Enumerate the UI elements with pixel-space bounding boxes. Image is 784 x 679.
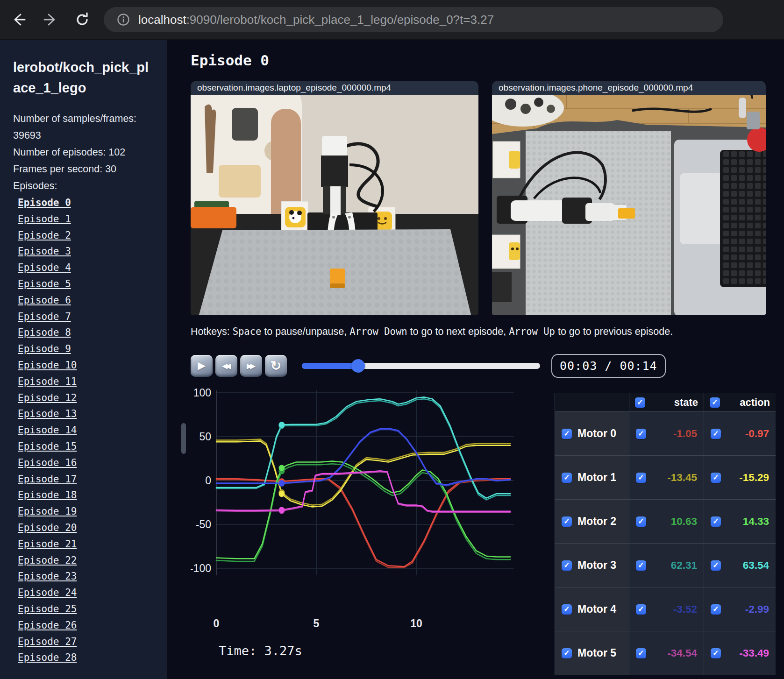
episode-list-item: Episode 24 [13, 585, 155, 601]
motor-checkbox[interactable] [562, 473, 572, 483]
episode-list-item: Episode 14 [13, 423, 155, 439]
state-checkbox[interactable] [636, 648, 646, 658]
forward-icon[interactable] [41, 10, 60, 29]
episode-link[interactable]: Episode 19 [18, 506, 77, 517]
dataset-info: Number of samples/frames: 39693 Number o… [13, 110, 155, 194]
episode-link[interactable]: Episode 10 [18, 360, 77, 371]
episode-link[interactable]: Episode 27 [18, 636, 77, 647]
video-laptop-frame [191, 95, 478, 315]
table-row-label: Motor 2 [555, 500, 629, 544]
motor-checkbox[interactable] [562, 516, 572, 527]
episode-list-item: Episode 28 [13, 650, 155, 666]
episode-list-item: Episode 15 [13, 439, 155, 455]
table-row-label: Motor 4 [555, 587, 629, 631]
key-arrow-down: Arrow Down [349, 326, 407, 337]
action-checkbox[interactable] [711, 516, 721, 527]
motor-checkbox[interactable] [562, 604, 572, 615]
action-all-checkbox[interactable] [710, 397, 720, 408]
hotkeys-text: Hotkeys: Space to pause/unpause, Arrow D… [191, 326, 784, 338]
episode-link[interactable]: Episode 9 [18, 343, 71, 354]
back-icon[interactable] [9, 10, 28, 29]
episode-list-item: Episode 12 [13, 390, 155, 407]
action-checkbox[interactable] [711, 560, 721, 571]
episode-link[interactable]: Episode 7 [18, 311, 71, 322]
slider-thumb[interactable] [351, 359, 365, 373]
episode-link[interactable]: Episode 20 [18, 522, 77, 533]
fast-forward-icon: ▶▶ [247, 361, 254, 370]
episode-list-item: Episode 3 [13, 244, 155, 260]
episode-link[interactable]: Episode 17 [18, 474, 77, 485]
video-laptop-title: observation.images.laptop_episode_000000… [191, 81, 478, 95]
play-button[interactable]: ▶ [191, 355, 213, 377]
episode-link[interactable]: Episode 12 [18, 392, 77, 403]
state-checkbox[interactable] [636, 560, 646, 571]
episode-list-item: Episode 4 [13, 260, 155, 276]
motor-checkbox[interactable] [562, 648, 572, 658]
video-laptop[interactable]: observation.images.laptop_episode_000000… [191, 81, 478, 315]
action-checkbox[interactable] [711, 473, 721, 483]
episode-link[interactable]: Episode 4 [18, 262, 71, 273]
seek-slider[interactable] [302, 359, 540, 373]
site-info-icon[interactable] [115, 11, 132, 28]
episode-link[interactable]: Episode 26 [18, 620, 77, 631]
episode-link[interactable]: Episode 15 [18, 441, 77, 452]
state-value-cell: -34.54 [629, 631, 704, 675]
motor-chart[interactable]: 100500-50-1000510Time: 3.27s [191, 383, 536, 675]
action-value-cell: -15.29 [704, 456, 776, 500]
episode-link[interactable]: Episode 3 [18, 246, 71, 257]
video-phone[interactable]: observation.images.phone_episode_000000.… [492, 81, 766, 315]
episode-link[interactable]: Episode 8 [18, 327, 71, 338]
loop-button[interactable]: ↻ [265, 355, 287, 377]
url-bar[interactable]: localhost:9090/lerobot/koch_pick_place_1… [104, 7, 723, 32]
state-header-cell: state [629, 393, 704, 412]
action-value-cell: -0.97 [704, 412, 776, 456]
svg-text:5: 5 [314, 617, 320, 629]
motor-table: state action Motor 0 -1.05 -0.97 Motor 1… [555, 393, 775, 675]
action-value-cell: 63.54 [704, 544, 776, 587]
state-value-cell: -3.52 [629, 587, 704, 631]
episode-list-item: Episode 0 [13, 195, 155, 212]
episode-link[interactable]: Episode 6 [18, 295, 71, 306]
state-all-checkbox[interactable] [635, 397, 645, 408]
episode-list-item: Episode 11 [13, 374, 155, 390]
motor-checkbox[interactable] [562, 429, 572, 439]
episode-list-item: Episode 17 [13, 472, 155, 488]
episode-link[interactable]: Episode 18 [18, 489, 77, 501]
rewind-icon: ◀◀ [222, 361, 229, 370]
episode-link[interactable]: Episode 23 [18, 571, 77, 582]
rewind-button[interactable]: ◀◀ [215, 355, 237, 377]
fast-forward-button[interactable]: ▶▶ [240, 355, 262, 377]
action-checkbox[interactable] [711, 648, 721, 658]
episode-link[interactable]: Episode 1 [18, 213, 71, 225]
episode-link[interactable]: Episode 13 [18, 408, 77, 419]
episode-list-item: Episode 9 [13, 341, 155, 358]
episode-list-item: Episode 23 [13, 569, 155, 585]
episode-list-item: Episode 5 [13, 276, 155, 293]
episode-link[interactable]: Episode 21 [18, 538, 77, 550]
episode-link[interactable]: Episode 25 [18, 603, 77, 615]
state-checkbox[interactable] [636, 516, 646, 527]
action-checkbox[interactable] [711, 429, 721, 439]
episode-link[interactable]: Episode 28 [18, 652, 77, 663]
action-value-cell: -2.99 [704, 587, 776, 631]
page-title: Episode 0 [191, 52, 784, 69]
episode-link[interactable]: Episode 2 [18, 230, 71, 241]
svg-text:-100: -100 [191, 562, 211, 574]
reload-icon[interactable] [73, 10, 92, 29]
episode-link[interactable]: Episode 22 [18, 555, 77, 566]
episode-link[interactable]: Episode 11 [18, 376, 77, 387]
action-checkbox[interactable] [711, 604, 721, 615]
dataset-sidebar: lerobot/koch_pick_place_1_lego Number of… [0, 40, 167, 679]
episode-link[interactable]: Episode 5 [18, 278, 71, 290]
scrollbar-thumb[interactable] [181, 423, 186, 454]
url-text: localhost:9090/lerobot/koch_pick_place_1… [138, 13, 494, 27]
episode-link[interactable]: Episode 16 [18, 457, 77, 468]
episode-link[interactable]: Episode 0 [18, 197, 71, 208]
state-checkbox[interactable] [636, 429, 646, 439]
state-checkbox[interactable] [636, 473, 646, 483]
episode-link[interactable]: Episode 24 [18, 587, 77, 598]
episode-list-item: Episode 7 [13, 309, 155, 325]
episode-link[interactable]: Episode 14 [18, 424, 77, 436]
motor-checkbox[interactable] [562, 560, 572, 571]
state-checkbox[interactable] [636, 604, 646, 615]
